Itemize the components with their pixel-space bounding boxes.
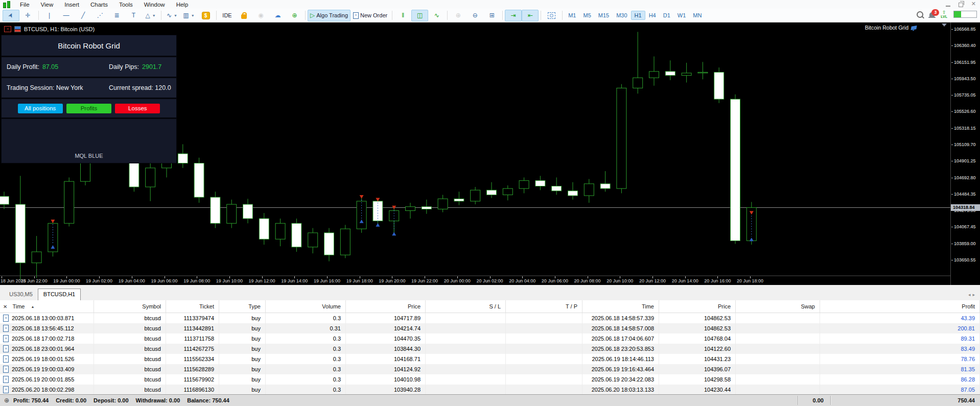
level-indicator-icon[interactable]: ⇧LVL bbox=[941, 10, 947, 18]
toolbar-crosshair-button[interactable]: ✛ bbox=[19, 10, 36, 21]
time-axis[interactable]: 18 Jun 202518 Jun 22:0019 Jun 00:0019 Ju… bbox=[0, 276, 950, 285]
column-header-type-3[interactable]: Type bbox=[219, 300, 266, 313]
timeframe-h1-button[interactable]: H1 bbox=[631, 11, 645, 20]
timeframe-m5-button[interactable]: M5 bbox=[579, 11, 594, 20]
toolbar-zoom-out-button[interactable]: ⊖ bbox=[466, 10, 483, 21]
menu-item-insert[interactable]: Insert bbox=[59, 1, 85, 8]
menu-item-tools[interactable]: Tools bbox=[113, 1, 138, 8]
panel-all-positions-button[interactable]: All positions bbox=[18, 104, 63, 113]
column-header-swap-10[interactable]: Swap bbox=[736, 300, 820, 313]
timeframe-mn-button[interactable]: MN bbox=[689, 11, 705, 20]
menu-item-charts[interactable]: Charts bbox=[85, 1, 113, 8]
column-header-time-8[interactable]: Time bbox=[582, 300, 659, 313]
window-close-button[interactable]: ✕ bbox=[971, 1, 976, 7]
cell-6-0: ≡2025.06.19 20:00:01.855 bbox=[0, 374, 94, 385]
close-table-button[interactable]: ✕ bbox=[3, 304, 7, 309]
toolbar-community-button[interactable]: ⊕ bbox=[286, 10, 303, 21]
toolbar-signals-button[interactable]: ◉ bbox=[252, 10, 269, 21]
column-header-ticket-2[interactable]: Ticket bbox=[166, 300, 219, 313]
toolbar-chart-template-button[interactable]: ▥▼ bbox=[180, 10, 197, 21]
toolbar-candlestick-chart-button[interactable]: ◫ bbox=[411, 10, 428, 21]
price-axis[interactable]: 106568.85106360.40106151.95105943.501057… bbox=[950, 22, 980, 285]
equidistant-channel-icon: ≣ bbox=[114, 12, 119, 18]
cell-3-8: 2025.06.18 23:20:53.853 bbox=[582, 344, 659, 354]
menu-item-view[interactable]: View bbox=[35, 1, 59, 8]
toolbar-horizontal-line-button[interactable]: — bbox=[58, 10, 75, 21]
toolbar-tile-windows-button[interactable]: ⊞ bbox=[483, 10, 500, 21]
search-icon[interactable] bbox=[917, 11, 923, 18]
column-header-sl-6[interactable]: S / L bbox=[426, 300, 506, 313]
toolbar-polyline-button[interactable]: ⋰ bbox=[91, 10, 108, 21]
table-row[interactable]: ≡2025.06.18 13:56:45.112btcusd1113442891… bbox=[0, 323, 980, 333]
panel-losses-button[interactable]: Losses bbox=[115, 104, 160, 113]
toolbar-market-button[interactable] bbox=[236, 10, 252, 21]
column-header-price-9[interactable]: Price bbox=[659, 300, 736, 313]
tab-scroll-arrows-icon[interactable]: ◂▸ bbox=[968, 292, 977, 297]
toolbar-shapes-button[interactable]: △▼ bbox=[142, 10, 159, 21]
cell-4-2: 1115562334 bbox=[166, 354, 219, 364]
chart-area[interactable]: Bitcoin Robot Grid ≡ BTCUSD, H1: Bitcoin… bbox=[0, 22, 950, 285]
table-row[interactable]: ≡2025.06.19 19:00:03.409btcusd1115628289… bbox=[0, 364, 980, 374]
cell-4-5: 104168.71 bbox=[346, 354, 426, 364]
chart-corner-marker-icon[interactable] bbox=[942, 23, 947, 29]
toolbar-indicators-button[interactable]: ∿▼ bbox=[164, 10, 180, 21]
time-axis-label: 19 Jun 00:00 bbox=[53, 278, 80, 283]
table-row[interactable]: ≡2025.06.18 17:00:02.718btcusd1113711758… bbox=[0, 333, 980, 344]
order-doc-icon: ≡ bbox=[3, 366, 9, 373]
cell-1-10 bbox=[736, 323, 820, 333]
timeframe-w1-button[interactable]: W1 bbox=[674, 11, 690, 20]
menu-item-help[interactable]: Help bbox=[171, 1, 194, 8]
toolbar-vertical-line-button[interactable]: | bbox=[41, 10, 58, 21]
timeframe-m15-button[interactable]: M15 bbox=[595, 11, 613, 20]
table-row[interactable]: ≡2025.06.18 23:00:01.964btcusd1114267275… bbox=[0, 344, 980, 354]
table-row[interactable]: ≡2025.06.19 18:00:01.526btcusd1115562334… bbox=[0, 354, 980, 364]
time-axis-label: 19 Jun 12:00 bbox=[249, 278, 275, 283]
timeframe-h4-button[interactable]: H4 bbox=[645, 11, 660, 20]
toolbar-auto-scroll-button[interactable]: ⇤ bbox=[522, 10, 539, 21]
toolbar-algo-trading-button[interactable]: ▷Algo Trading bbox=[308, 10, 351, 21]
toolbar-chart-shift-button[interactable]: ⇥ bbox=[505, 10, 522, 21]
toolbar-zoom-in-button[interactable]: ⊕ bbox=[450, 10, 466, 21]
panel-profits-button[interactable]: Profits bbox=[66, 104, 111, 113]
cell-3-4: 0.3 bbox=[266, 344, 346, 354]
toolbar-new-order-button[interactable]: +New Order bbox=[351, 10, 390, 21]
toolbar-cloud-button[interactable]: ☁ bbox=[269, 10, 286, 21]
timeframe-m30-button[interactable]: M30 bbox=[613, 11, 631, 20]
cell-7-4: 0.3 bbox=[266, 385, 346, 395]
table-row[interactable]: ≡2025.06.20 18:00:02.298btcusd1116896130… bbox=[0, 385, 980, 395]
toolbar-trendline-button[interactable]: ╱ bbox=[75, 10, 91, 21]
chart-tab-us30-m5[interactable]: US30,M5 bbox=[4, 289, 38, 299]
table-row[interactable]: ≡2025.06.18 13:00:03.871btcusd1113379474… bbox=[0, 313, 980, 323]
chevron-down-icon: ▼ bbox=[152, 14, 156, 17]
chart-tab-btcusd-h1[interactable]: BTCUSD,H1 bbox=[38, 289, 81, 300]
expert-advisor-icon[interactable] bbox=[911, 26, 917, 30]
one-click-trading-icon[interactable] bbox=[14, 26, 21, 32]
menu-item-window[interactable]: Window bbox=[138, 1, 171, 8]
toolbar-ide-button[interactable]: IDE bbox=[219, 10, 236, 21]
toolbar-text-button[interactable]: T bbox=[125, 10, 142, 21]
toolbar-cursor-button[interactable]: ➤ bbox=[3, 10, 19, 21]
column-header-volume-4[interactable]: Volume bbox=[266, 300, 346, 313]
window-minimize-button[interactable] bbox=[946, 3, 950, 4]
time-axis-label: 19 Jun 08:00 bbox=[183, 278, 210, 283]
toolbar-algo-trading-label: Algo Trading bbox=[316, 12, 348, 18]
column-header-price-5[interactable]: Price bbox=[346, 300, 426, 313]
notifications-bell-icon[interactable]: 3 bbox=[929, 12, 935, 17]
depth-of-market-icon[interactable]: ≡ bbox=[4, 26, 11, 32]
toolbar-screenshot-button[interactable] bbox=[543, 10, 560, 21]
menu-bar: FileViewInsertChartsToolsWindowHelp ✕ bbox=[0, 0, 980, 9]
toolbar-quotes-button[interactable]: $ bbox=[197, 10, 214, 21]
time-axis-label: 18 Jun 22:00 bbox=[21, 278, 48, 283]
table-row[interactable]: ≡2025.06.19 20:00:01.855btcusd1115679902… bbox=[0, 374, 980, 385]
timeframe-m1-button[interactable]: M1 bbox=[565, 11, 579, 20]
column-header-time-0[interactable]: ✕Time▲ bbox=[0, 300, 94, 313]
column-header-symbol-1[interactable]: Symbol bbox=[94, 300, 166, 313]
timeframe-d1-button[interactable]: D1 bbox=[660, 11, 674, 20]
window-restore-button[interactable] bbox=[959, 2, 963, 6]
toolbar-bar-chart-button[interactable]: ‖ bbox=[394, 10, 411, 21]
menu-item-file[interactable]: File bbox=[14, 1, 35, 8]
column-header-profit-11[interactable]: Profit bbox=[820, 300, 980, 313]
column-header-tp-7[interactable]: T / P bbox=[506, 300, 582, 313]
toolbar-equidistant-channel-button[interactable]: ≣ bbox=[108, 10, 125, 21]
toolbar-line-chart-button[interactable]: ∿ bbox=[428, 10, 445, 21]
